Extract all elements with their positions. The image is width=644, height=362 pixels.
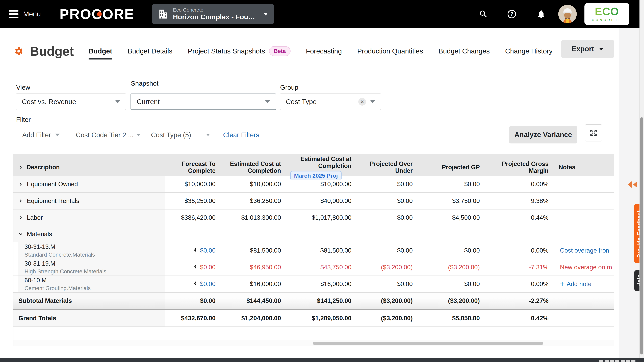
cell-projected-gp: $5,050.00 xyxy=(418,310,485,327)
cell-estimated-cost: $144,450.00 xyxy=(220,293,286,309)
cell-estimated-cost: $36,250.00 xyxy=(220,193,286,209)
cell-estimated-cost-snapshot: $1,209,050.00 xyxy=(286,310,356,327)
analyze-variance-button[interactable]: Analyze Variance xyxy=(509,126,577,143)
table-row-materials: Materials xyxy=(14,226,614,242)
tab-budget-changes[interactable]: Budget Changes xyxy=(438,47,490,55)
tab-project-status-snapshots[interactable]: Project Status Snapshots Beta xyxy=(188,46,290,56)
cell-forecast-to-complete: $0.00 xyxy=(165,276,220,292)
cell-projected-gp: $4,500.00 xyxy=(418,210,485,226)
cell-forecast-to-complete: $386,420.00 xyxy=(165,210,220,226)
notification-bell-icon[interactable] xyxy=(536,9,546,19)
cell-notes: New overage on m xyxy=(554,259,614,276)
fullscreen-expand-button[interactable] xyxy=(585,124,602,141)
table-row-30-31-19-M: 30-31-19.M High Strength Concrete.Materi… xyxy=(14,259,614,276)
row-expand-toggle[interactable]: Equipment Owned xyxy=(14,176,165,192)
tool-settings-gear-icon[interactable] xyxy=(14,46,24,56)
project-selector[interactable]: Eco Concrete Horizon Complex - Foun... xyxy=(152,4,274,24)
cell-projected-gp: ($3,200.00) xyxy=(418,293,485,309)
cell-notes xyxy=(554,176,614,192)
cell-notes: Cost overage from xyxy=(554,242,614,259)
chevron-down-icon xyxy=(18,232,23,236)
cell-estimated-cost: $46,950.00 xyxy=(220,259,286,276)
view-select[interactable]: Cost vs. Revenue xyxy=(16,93,126,110)
row-expand-toggle[interactable]: Equipment Rentals xyxy=(14,193,165,209)
user-avatar[interactable] xyxy=(558,5,577,23)
cell-estimated-cost-snapshot: $10,000.00 xyxy=(286,176,356,192)
forecast-value-link[interactable]: $0.00 xyxy=(200,264,216,271)
procore-logo[interactable]: PROCORE xyxy=(60,6,134,22)
note-text[interactable]: New overage on m xyxy=(560,264,612,271)
clear-filters-link[interactable]: Clear Filters xyxy=(223,127,259,143)
chevron-right-icon[interactable] xyxy=(18,165,23,169)
cell-projected-over-under: ($3,200.00) xyxy=(356,259,418,276)
tab-budget-details[interactable]: Budget Details xyxy=(128,47,172,55)
cell-projected-gross-margin: 0.00% xyxy=(485,276,554,292)
remove-group-icon[interactable]: ✕ xyxy=(358,98,366,106)
cost-code: 30-31-19.M xyxy=(24,260,55,267)
cell-projected-over-under: $0.00 xyxy=(356,276,418,292)
add-note-link[interactable]: Add note xyxy=(567,281,592,288)
chevron-down-icon xyxy=(136,134,140,136)
export-button[interactable]: Export xyxy=(561,40,614,58)
cell-projected-over-under: $0.00 xyxy=(356,242,418,259)
horizontal-scrollbar-thumb[interactable] xyxy=(313,342,543,345)
hamburger-icon xyxy=(9,10,18,18)
cell-notes xyxy=(554,193,614,209)
filter-cost-type[interactable]: Cost Type (5) xyxy=(151,127,210,143)
forecast-value-link[interactable]: $0.00 xyxy=(200,247,216,254)
chevron-down-icon xyxy=(55,134,60,136)
cell-projected-over-under: $0.00 xyxy=(356,193,418,209)
collapse-panel-icon[interactable] xyxy=(626,181,638,189)
cell-forecast-to-complete: $10,000.00 xyxy=(165,176,220,192)
group-select[interactable]: Cost Type ✕ xyxy=(280,93,381,110)
cell-estimated-cost-snapshot: $81,500.00 xyxy=(286,242,356,259)
chevron-down-icon xyxy=(265,100,270,103)
building-icon xyxy=(158,9,168,19)
filter-cost-code-tier-2[interactable]: Cost Code Tier 2 ... xyxy=(76,127,140,143)
cell-notes xyxy=(554,210,614,226)
cost-code-name: Standard Concrete.Materials xyxy=(24,252,95,258)
tab-bar: Budget Budget Details Project Status Sna… xyxy=(88,40,558,62)
cell-notes: + Add note xyxy=(554,276,614,292)
cell-projected-gp: $0.00 xyxy=(418,176,485,192)
table-header-row: Description Forecast To Complete Estimat… xyxy=(14,154,614,176)
snapshot-select[interactable]: Current xyxy=(130,93,276,110)
cell-projected-over-under: ($3,200.00) xyxy=(356,293,418,309)
tab-production-quantities[interactable]: Production Quantities xyxy=(357,47,423,55)
cell-projected-gross-margin: 0.42% xyxy=(485,310,554,327)
cell-projected-over-under: ($3,200.00) xyxy=(356,310,418,327)
table-row-subtotal-materials: Subtotal Materials $0.00 $144,450.00 $14… xyxy=(14,293,614,309)
cell-estimated-cost: $1,013,300.00 xyxy=(220,210,286,226)
chevron-down-icon xyxy=(116,100,120,103)
menu-button[interactable]: Menu xyxy=(9,10,41,18)
horizontal-scrollbar[interactable] xyxy=(14,341,614,346)
row-collapse-toggle[interactable]: Materials xyxy=(14,226,165,242)
cell-projected-gp xyxy=(418,226,485,242)
chevron-right-icon xyxy=(18,182,23,186)
right-side-rail xyxy=(619,28,640,358)
cell-projected-over-under: $0.00 xyxy=(356,176,418,192)
cell-forecast-to-complete: $0.00 xyxy=(165,242,220,259)
budget-table: Description Forecast To Complete Estimat… xyxy=(13,154,614,346)
cell-projected-gross-margin: -7.31% xyxy=(485,259,554,276)
tab-change-history[interactable]: Change History xyxy=(505,47,552,55)
filter-label: Filter xyxy=(16,116,31,123)
vertical-scrollbar-thumb[interactable] xyxy=(640,117,643,355)
forecast-value-link[interactable]: $0.00 xyxy=(200,281,216,288)
cost-code: 30-31-13.M xyxy=(24,243,55,250)
help-icon[interactable]: ? xyxy=(507,9,517,19)
tab-forecasting[interactable]: Forecasting xyxy=(306,47,342,55)
page-header: Budget Budget Budget Details Project Sta… xyxy=(14,40,558,62)
footer-bar xyxy=(0,358,644,362)
row-expand-toggle[interactable]: Labor xyxy=(14,210,165,226)
note-link[interactable]: Cost overage from xyxy=(560,247,609,254)
add-filter-button[interactable]: Add Filter xyxy=(16,127,66,143)
beta-badge: Beta xyxy=(269,46,290,56)
lightning-bolt-icon xyxy=(193,248,198,253)
search-icon[interactable] xyxy=(479,9,488,19)
tab-budget[interactable]: Budget xyxy=(88,47,112,55)
cell-estimated-cost-snapshot xyxy=(286,226,356,242)
chevron-down-icon xyxy=(264,13,268,15)
page-title: Budget xyxy=(30,44,74,58)
vertical-scrollbar[interactable] xyxy=(640,0,644,362)
